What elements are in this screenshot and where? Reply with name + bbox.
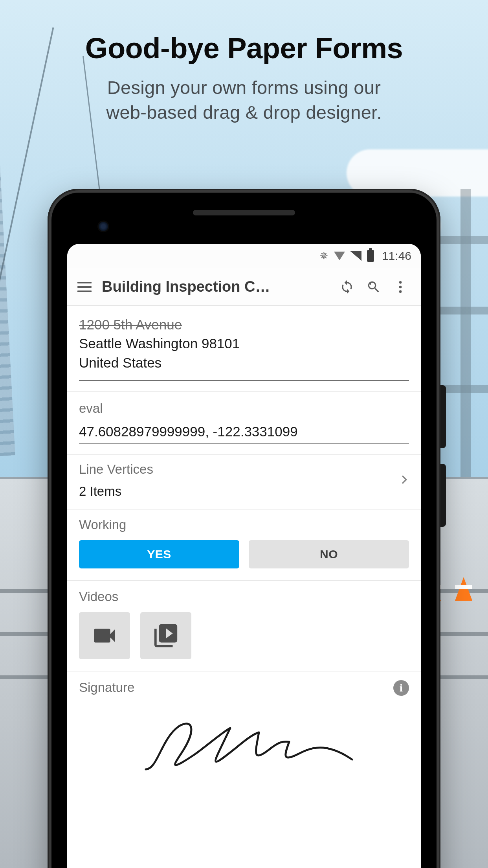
menu-button[interactable]: [71, 274, 98, 300]
promo-copy: Good-bye Paper Forms Design your own for…: [0, 31, 488, 125]
promo-subline: Design your own forms using our web-base…: [0, 75, 488, 125]
signature-label: Signature: [79, 680, 409, 695]
working-label: Working: [79, 517, 409, 532]
record-video-button[interactable]: [79, 612, 130, 659]
signature-canvas[interactable]: [79, 701, 409, 787]
status-clock: 11:46: [382, 249, 411, 263]
promo-headline: Good-bye Paper Forms: [0, 31, 488, 65]
more-vert-icon: [393, 279, 408, 295]
sync-button[interactable]: [334, 274, 360, 300]
phone-speaker: [193, 210, 295, 215]
wifi-icon: [334, 252, 345, 260]
address-line2: United States: [79, 355, 161, 370]
address-field[interactable]: 1200 5th Avenue Seattle Washington 98101…: [67, 306, 421, 392]
cell-signal-icon: [350, 251, 361, 261]
signature-field[interactable]: Signature i: [67, 671, 421, 791]
working-yes-button[interactable]: YES: [79, 540, 239, 568]
signature-info-button[interactable]: i: [393, 680, 409, 696]
videos-field: Videos: [67, 581, 421, 671]
sync-icon: [339, 280, 354, 294]
line-vertices-label: Line Vertices: [79, 462, 153, 477]
video-camera-icon: [91, 622, 118, 649]
battery-icon: [367, 250, 374, 262]
chevron-right-icon: [396, 471, 413, 490]
phone-frame: ✵ 11:46 Building Inspection C…: [48, 189, 440, 868]
app-bar: Building Inspection C…: [67, 268, 421, 306]
phone-side-button: [440, 385, 446, 448]
line-vertices-row[interactable]: Line Vertices 2 Items: [67, 455, 421, 509]
android-status-bar: ✵ 11:46: [67, 244, 421, 268]
bluetooth-icon: ✵: [319, 250, 328, 262]
map-search-icon: [366, 280, 381, 294]
video-library-button[interactable]: [140, 612, 191, 659]
phone-screen: ✵ 11:46 Building Inspection C…: [67, 244, 421, 868]
svg-point-2: [399, 285, 402, 288]
svg-point-3: [399, 290, 402, 293]
search-button[interactable]: [360, 274, 387, 300]
overflow-menu-button[interactable]: [387, 274, 414, 300]
address-line0: 1200 5th Avenue: [79, 317, 182, 332]
svg-point-0: [370, 283, 371, 285]
address-line1: Seattle Washington 98101: [79, 336, 240, 351]
line-vertices-summary: 2 Items: [79, 484, 153, 499]
working-no-button[interactable]: NO: [249, 540, 409, 568]
appbar-title: Building Inspection C…: [98, 278, 334, 295]
eval-label: eval: [79, 401, 409, 416]
video-library-icon: [152, 622, 180, 649]
phone-camera: [99, 222, 108, 231]
videos-label: Videos: [79, 589, 409, 604]
eval-field[interactable]: eval 47.60828979999999, -122.3331099: [67, 392, 421, 455]
eval-value: 47.60828979999999, -122.3331099: [79, 424, 409, 444]
working-field: Working YES NO: [67, 509, 421, 581]
svg-point-1: [399, 281, 402, 284]
signature-stroke: [134, 710, 354, 777]
form-scroll[interactable]: 1200 5th Avenue Seattle Washington 98101…: [67, 306, 421, 868]
